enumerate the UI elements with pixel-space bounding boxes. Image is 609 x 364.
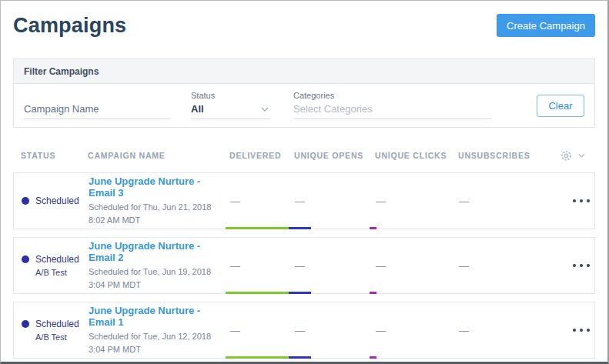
status-dot-icon [22,255,29,263]
filter-panel: Filter Campaigns Status All Categories C… [13,58,595,128]
stat-delivered: — [230,260,295,272]
categories-label: Categories [293,91,491,100]
status-sub-text: A/B Test [35,332,89,342]
campaign-row: Scheduled June Upgrade Nurture - Email 3… [13,172,595,229]
status-text: Scheduled [35,319,79,329]
page-title: Campaigns [13,14,126,38]
campaign-status-cell: Scheduled A/B Test [22,319,89,342]
stat-unique-opens: — [295,325,376,336]
campaign-row: Scheduled A/B Test June Upgrade Nurture … [13,237,595,294]
campaign-schedule: Scheduled for Tue, Jun 19, 2018 3:04 PM … [89,265,221,291]
unique-clicks-bar [370,356,376,359]
campaign-list: Scheduled June Upgrade Nurture - Email 3… [13,172,595,359]
campaign-name-cell: June Upgrade Nurture - Email 1 Scheduled… [89,305,230,356]
campaign-name-cell: June Upgrade Nurture - Email 2 Scheduled… [89,240,230,291]
clear-filters-button[interactable]: Clear [537,95,584,117]
status-dot-icon [22,320,29,328]
stat-unsubscribes: — [459,195,560,207]
categories-field: Categories [293,91,491,119]
unique-opens-bar [289,356,311,359]
status-selected-value: All [191,103,204,115]
unique-clicks-bar [370,292,376,294]
campaign-name-input[interactable] [24,101,170,119]
campaigns-page: Campaigns Create Campaign Filter Campaig… [0,0,609,364]
campaign-row: Scheduled A/B Test June Upgrade Nurture … [13,302,595,359]
filter-panel-title: Filter Campaigns [14,59,594,84]
campaign-schedule: Scheduled for Thu, Jun 21, 2018 8:02 AM … [89,201,221,226]
stat-unsubscribes: — [459,325,560,336]
column-header-unique-opens: UNIQUE OPENS [294,151,375,160]
stat-unique-opens: — [295,260,376,272]
stat-unique-clicks: — [376,195,459,207]
row-actions-menu-icon[interactable] [560,238,594,293]
page-header: Campaigns Create Campaign [13,12,595,39]
create-campaign-button[interactable]: Create Campaign [497,14,595,37]
stat-unsubscribes: — [459,260,560,272]
campaign-status-cell: Scheduled [22,195,89,206]
column-header-campaign-name: CAMPAIGN NAME [88,151,229,160]
column-header-unsubscribes: UNSUBSCRIBES [458,151,560,160]
stat-delivered: — [230,325,295,336]
campaign-status-cell: Scheduled A/B Test [22,254,89,277]
stat-unique-clicks: — [376,325,459,336]
stat-delivered: — [230,195,295,207]
status-select[interactable]: Status All [191,91,270,119]
delivered-bar [226,227,289,229]
delivered-bar [226,356,289,359]
campaign-name-link[interactable]: June Upgrade Nurture - Email 2 [89,240,221,263]
campaign-schedule: Scheduled for Tue, Jun 12, 2018 3:04 PM … [89,330,221,356]
stat-unique-clicks: — [376,260,459,272]
campaign-name-link[interactable]: June Upgrade Nurture - Email 1 [89,305,221,328]
campaign-name-cell: June Upgrade Nurture - Email 3 Scheduled… [89,175,230,226]
status-label: Status [191,91,270,100]
status-text: Scheduled [35,254,79,265]
column-header-status: STATUS [21,151,88,160]
row-actions-menu-icon[interactable] [560,302,594,358]
unique-opens-bar [289,292,311,294]
filter-controls: Status All Categories Clear [14,84,594,127]
table-header-row: STATUS CAMPAIGN NAME DELIVERED UNIQUE OP… [13,148,595,163]
unique-opens-bar [289,227,311,229]
categories-input[interactable] [293,102,491,119]
column-header-delivered: DELIVERED [229,151,294,160]
status-text: Scheduled [35,195,79,206]
status-dot-icon [22,197,29,205]
delivered-bar [226,292,289,294]
campaign-name-link[interactable]: June Upgrade Nurture - Email 3 [89,175,221,199]
chevron-down-icon[interactable] [578,153,585,158]
stat-unique-opens: — [295,195,376,207]
column-header-unique-clicks: UNIQUE CLICKS [375,151,458,160]
gear-icon[interactable] [560,149,573,162]
chevron-down-icon [261,107,269,112]
row-actions-menu-icon[interactable] [560,173,594,229]
unique-clicks-bar [370,227,376,229]
status-sub-text: A/B Test [35,268,89,277]
